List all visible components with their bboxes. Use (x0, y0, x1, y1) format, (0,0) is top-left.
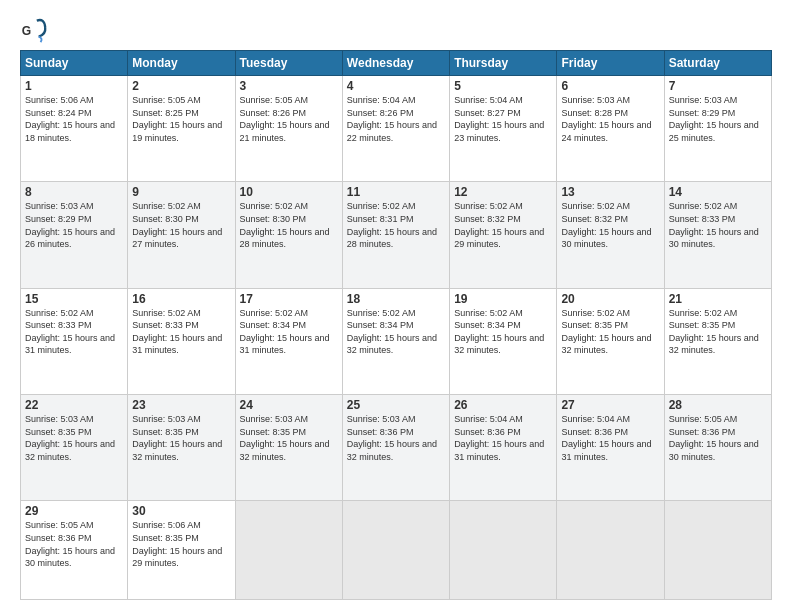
day-info: Sunrise: 5:05 AM Sunset: 8:36 PM Dayligh… (669, 413, 767, 463)
calendar-cell: 6 Sunrise: 5:03 AM Sunset: 8:28 PM Dayli… (557, 76, 664, 182)
day-info: Sunrise: 5:02 AM Sunset: 8:34 PM Dayligh… (454, 307, 552, 357)
day-number: 29 (25, 504, 123, 518)
calendar-cell (342, 501, 449, 600)
day-info: Sunrise: 5:04 AM Sunset: 8:36 PM Dayligh… (454, 413, 552, 463)
day-info: Sunrise: 5:04 AM Sunset: 8:27 PM Dayligh… (454, 94, 552, 144)
calendar-cell: 5 Sunrise: 5:04 AM Sunset: 8:27 PM Dayli… (450, 76, 557, 182)
day-info: Sunrise: 5:02 AM Sunset: 8:32 PM Dayligh… (561, 200, 659, 250)
day-info: Sunrise: 5:02 AM Sunset: 8:34 PM Dayligh… (240, 307, 338, 357)
day-info: Sunrise: 5:02 AM Sunset: 8:34 PM Dayligh… (347, 307, 445, 357)
day-info: Sunrise: 5:05 AM Sunset: 8:26 PM Dayligh… (240, 94, 338, 144)
day-info: Sunrise: 5:02 AM Sunset: 8:31 PM Dayligh… (347, 200, 445, 250)
day-number: 3 (240, 79, 338, 93)
day-number: 19 (454, 292, 552, 306)
day-number: 1 (25, 79, 123, 93)
calendar-cell: 2 Sunrise: 5:05 AM Sunset: 8:25 PM Dayli… (128, 76, 235, 182)
calendar-cell: 25 Sunrise: 5:03 AM Sunset: 8:36 PM Dayl… (342, 394, 449, 500)
col-monday: Monday (128, 51, 235, 76)
day-number: 2 (132, 79, 230, 93)
day-info: Sunrise: 5:02 AM Sunset: 8:35 PM Dayligh… (561, 307, 659, 357)
day-number: 16 (132, 292, 230, 306)
calendar-cell: 22 Sunrise: 5:03 AM Sunset: 8:35 PM Dayl… (21, 394, 128, 500)
day-info: Sunrise: 5:03 AM Sunset: 8:29 PM Dayligh… (25, 200, 123, 250)
calendar-cell: 30 Sunrise: 5:06 AM Sunset: 8:35 PM Dayl… (128, 501, 235, 600)
day-number: 4 (347, 79, 445, 93)
day-number: 8 (25, 185, 123, 199)
day-number: 26 (454, 398, 552, 412)
calendar-cell: 8 Sunrise: 5:03 AM Sunset: 8:29 PM Dayli… (21, 182, 128, 288)
col-tuesday: Tuesday (235, 51, 342, 76)
day-number: 10 (240, 185, 338, 199)
day-number: 27 (561, 398, 659, 412)
day-number: 9 (132, 185, 230, 199)
header: G (20, 16, 772, 44)
day-info: Sunrise: 5:02 AM Sunset: 8:30 PM Dayligh… (132, 200, 230, 250)
calendar-cell: 16 Sunrise: 5:02 AM Sunset: 8:33 PM Dayl… (128, 288, 235, 394)
day-info: Sunrise: 5:05 AM Sunset: 8:25 PM Dayligh… (132, 94, 230, 144)
day-number: 25 (347, 398, 445, 412)
logo-icon: G (20, 16, 48, 44)
day-info: Sunrise: 5:02 AM Sunset: 8:33 PM Dayligh… (25, 307, 123, 357)
col-wednesday: Wednesday (342, 51, 449, 76)
day-info: Sunrise: 5:02 AM Sunset: 8:35 PM Dayligh… (669, 307, 767, 357)
svg-text:G: G (22, 24, 31, 38)
calendar-cell: 20 Sunrise: 5:02 AM Sunset: 8:35 PM Dayl… (557, 288, 664, 394)
day-number: 20 (561, 292, 659, 306)
calendar-header-row: Sunday Monday Tuesday Wednesday Thursday… (21, 51, 772, 76)
day-number: 5 (454, 79, 552, 93)
day-number: 28 (669, 398, 767, 412)
calendar-cell: 24 Sunrise: 5:03 AM Sunset: 8:35 PM Dayl… (235, 394, 342, 500)
calendar-cell: 19 Sunrise: 5:02 AM Sunset: 8:34 PM Dayl… (450, 288, 557, 394)
day-number: 13 (561, 185, 659, 199)
calendar-cell (450, 501, 557, 600)
calendar-cell: 29 Sunrise: 5:05 AM Sunset: 8:36 PM Dayl… (21, 501, 128, 600)
day-info: Sunrise: 5:05 AM Sunset: 8:36 PM Dayligh… (25, 519, 123, 569)
calendar-cell: 9 Sunrise: 5:02 AM Sunset: 8:30 PM Dayli… (128, 182, 235, 288)
calendar-cell: 28 Sunrise: 5:05 AM Sunset: 8:36 PM Dayl… (664, 394, 771, 500)
day-number: 11 (347, 185, 445, 199)
day-info: Sunrise: 5:04 AM Sunset: 8:26 PM Dayligh… (347, 94, 445, 144)
day-info: Sunrise: 5:02 AM Sunset: 8:33 PM Dayligh… (132, 307, 230, 357)
day-info: Sunrise: 5:03 AM Sunset: 8:29 PM Dayligh… (669, 94, 767, 144)
col-friday: Friday (557, 51, 664, 76)
calendar-cell: 3 Sunrise: 5:05 AM Sunset: 8:26 PM Dayli… (235, 76, 342, 182)
day-number: 18 (347, 292, 445, 306)
calendar-cell: 15 Sunrise: 5:02 AM Sunset: 8:33 PM Dayl… (21, 288, 128, 394)
calendar-cell: 7 Sunrise: 5:03 AM Sunset: 8:29 PM Dayli… (664, 76, 771, 182)
calendar-cell: 18 Sunrise: 5:02 AM Sunset: 8:34 PM Dayl… (342, 288, 449, 394)
calendar-cell: 12 Sunrise: 5:02 AM Sunset: 8:32 PM Dayl… (450, 182, 557, 288)
col-sunday: Sunday (21, 51, 128, 76)
day-number: 7 (669, 79, 767, 93)
day-number: 14 (669, 185, 767, 199)
day-info: Sunrise: 5:06 AM Sunset: 8:24 PM Dayligh… (25, 94, 123, 144)
calendar-cell: 4 Sunrise: 5:04 AM Sunset: 8:26 PM Dayli… (342, 76, 449, 182)
day-number: 6 (561, 79, 659, 93)
calendar-cell (557, 501, 664, 600)
calendar-cell (235, 501, 342, 600)
day-info: Sunrise: 5:03 AM Sunset: 8:28 PM Dayligh… (561, 94, 659, 144)
day-number: 24 (240, 398, 338, 412)
day-info: Sunrise: 5:02 AM Sunset: 8:33 PM Dayligh… (669, 200, 767, 250)
day-number: 12 (454, 185, 552, 199)
col-saturday: Saturday (664, 51, 771, 76)
logo: G (20, 16, 52, 44)
day-info: Sunrise: 5:03 AM Sunset: 8:35 PM Dayligh… (132, 413, 230, 463)
calendar-cell: 17 Sunrise: 5:02 AM Sunset: 8:34 PM Dayl… (235, 288, 342, 394)
day-number: 17 (240, 292, 338, 306)
calendar-cell: 10 Sunrise: 5:02 AM Sunset: 8:30 PM Dayl… (235, 182, 342, 288)
calendar-cell: 13 Sunrise: 5:02 AM Sunset: 8:32 PM Dayl… (557, 182, 664, 288)
day-info: Sunrise: 5:03 AM Sunset: 8:35 PM Dayligh… (240, 413, 338, 463)
day-number: 15 (25, 292, 123, 306)
day-info: Sunrise: 5:02 AM Sunset: 8:32 PM Dayligh… (454, 200, 552, 250)
calendar-cell: 11 Sunrise: 5:02 AM Sunset: 8:31 PM Dayl… (342, 182, 449, 288)
calendar-cell: 27 Sunrise: 5:04 AM Sunset: 8:36 PM Dayl… (557, 394, 664, 500)
day-number: 22 (25, 398, 123, 412)
day-number: 30 (132, 504, 230, 518)
day-info: Sunrise: 5:02 AM Sunset: 8:30 PM Dayligh… (240, 200, 338, 250)
calendar-cell (664, 501, 771, 600)
day-info: Sunrise: 5:04 AM Sunset: 8:36 PM Dayligh… (561, 413, 659, 463)
day-info: Sunrise: 5:03 AM Sunset: 8:35 PM Dayligh… (25, 413, 123, 463)
calendar-cell: 21 Sunrise: 5:02 AM Sunset: 8:35 PM Dayl… (664, 288, 771, 394)
col-thursday: Thursday (450, 51, 557, 76)
calendar-cell: 14 Sunrise: 5:02 AM Sunset: 8:33 PM Dayl… (664, 182, 771, 288)
